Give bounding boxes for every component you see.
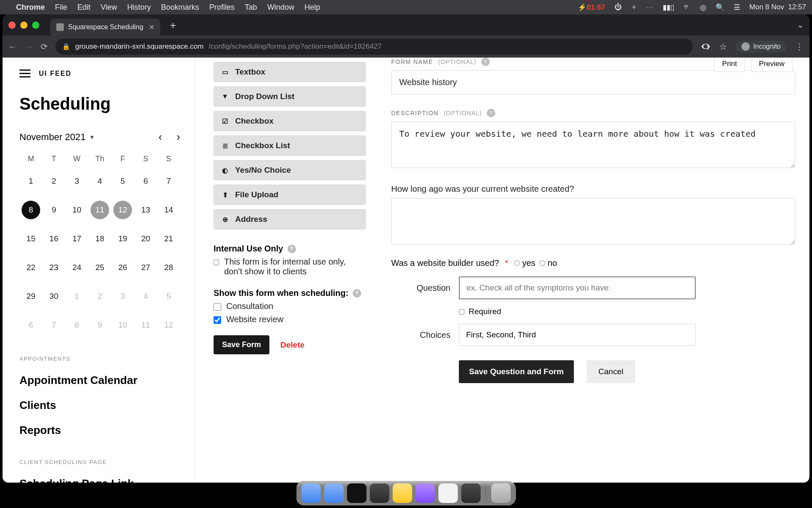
tab-overflow-icon[interactable]: ⌄ [797,20,809,30]
choices-input[interactable] [459,324,696,346]
required-checkbox-row[interactable]: Required [459,307,795,316]
calendar-day[interactable]: 3 [111,282,134,311]
internal-use-checkbox-row[interactable]: This form is for internal use only, don'… [214,257,366,276]
sidebar-link[interactable]: Appointment Calendar [19,368,180,393]
wifi-icon[interactable]: ᯤ [683,3,691,11]
calendar-day[interactable]: 12 [111,196,134,224]
preview-button[interactable]: Preview [751,58,793,72]
calendar-day[interactable]: 4 [88,167,111,196]
menu-file[interactable]: File [55,3,67,12]
sidebar-link[interactable]: Scheduling Page Link [19,471,180,483]
description-textarea[interactable]: To review your website, we need to learn… [391,121,795,168]
calendar-day[interactable]: 8 [19,196,42,224]
menu-tab[interactable]: Tab [245,3,257,12]
calendar-day[interactable]: 11 [134,311,157,340]
calendar-day[interactable]: 10 [66,196,88,224]
help-icon[interactable]: ? [487,109,495,117]
calendar-day[interactable]: 29 [19,282,42,311]
nav-reload-icon[interactable]: ⟳ [41,41,48,52]
dock-app-misc2[interactable] [461,483,481,503]
focus-icon[interactable]: ◎ [700,3,706,12]
battery-icon[interactable]: ▮▮▯ [663,3,674,12]
save-question-button[interactable]: Save Question and Form [459,360,574,383]
menu-window[interactable]: Window [267,3,294,12]
calendar-day[interactable]: 15 [19,224,42,253]
calendar-day[interactable]: 30 [42,282,65,311]
address-bar[interactable]: 🔒 grouse-mandarin-sxnl.squarespace.com/c… [55,39,693,55]
tracking-icon[interactable]: 👁‍🗨 [700,41,711,52]
print-button[interactable]: Print [714,58,745,72]
show-when-option[interactable]: Website review [214,315,366,324]
chrome-menu-icon[interactable]: ⋮ [795,41,804,52]
yes-option[interactable]: yes [514,258,535,268]
dock-app-finder[interactable] [302,483,321,503]
question-type-option[interactable]: ◐Yes/No Choice [214,160,366,180]
calendar-day[interactable]: 1 [19,167,42,196]
question-type-option[interactable]: ☑Checkbox [214,111,366,131]
menu-view[interactable]: View [101,3,117,12]
incognito-chip[interactable]: Incognito [735,41,787,52]
dock-app-generic[interactable] [370,483,390,503]
calendar-day[interactable]: 5 [111,167,134,196]
sidebar-link[interactable]: Reports [19,418,180,443]
calendar-day[interactable]: 11 [88,196,111,224]
show-when-option[interactable]: Consultation [214,301,366,311]
window-close-icon[interactable] [8,22,16,29]
dock-app-tool[interactable] [416,483,435,503]
control-center-icon[interactable]: ☰ [734,3,740,12]
calendar-day[interactable]: 28 [157,253,180,282]
calendar-day[interactable]: 25 [88,253,111,282]
question-type-option[interactable]: ⬆File Upload [214,185,366,205]
question-type-option[interactable]: ⊕Address [214,209,366,229]
menubar-app-name[interactable]: Chrome [16,3,45,12]
dock-app-terminal[interactable] [347,483,367,503]
calendar-day[interactable]: 10 [111,311,134,340]
window-controls[interactable] [8,22,39,29]
internal-use-checkbox[interactable] [214,259,219,266]
calendar-day[interactable]: 8 [66,311,88,340]
question-input[interactable] [459,276,696,299]
calendar-day[interactable]: 21 [157,224,180,253]
dock-app-notes[interactable] [393,483,412,503]
sidebar[interactable]: UI FEED Scheduling November 2021 ▼ ‹ › M… [3,58,195,483]
dock-trash-icon[interactable] [491,483,511,503]
dock-app-misc[interactable] [439,483,458,503]
show-when-checkbox[interactable] [214,316,221,324]
menu-bookmarks[interactable]: Bookmarks [161,3,199,12]
calendar-day[interactable]: 9 [42,196,65,224]
new-tab-button[interactable]: ＋ [164,18,182,32]
menu-history[interactable]: History [127,3,151,12]
calendar-day[interactable]: 24 [66,253,88,282]
calendar-month-label[interactable]: November 2021 [19,132,86,143]
menu-help[interactable]: Help [304,3,320,12]
calendar-day[interactable]: 12 [157,311,180,340]
calendar-day[interactable]: 6 [19,311,42,340]
menubar-clock[interactable]: 12:57 [788,3,806,11]
calendar-prev-icon[interactable]: ‹ [159,130,162,144]
calendar-day[interactable]: 5 [157,282,180,311]
question-type-option[interactable]: ▭Textbox [214,62,366,82]
battery-status-icon[interactable]: ⚡01:57 [578,3,605,12]
bookmark-star-icon[interactable]: ☆ [719,41,727,52]
calendar-day[interactable]: 17 [66,224,88,253]
calendar-day[interactable]: 4 [134,282,157,311]
menu-edit[interactable]: Edit [77,3,91,12]
calendar-day[interactable]: 16 [42,224,65,253]
calendar-day[interactable]: 7 [42,311,65,340]
calendar-day[interactable]: 7 [157,167,180,196]
nav-forward-icon[interactable]: → [25,42,33,52]
spotlight-icon[interactable]: 🔍 [716,3,724,12]
window-minimize-icon[interactable] [20,22,27,29]
no-option[interactable]: no [540,258,557,268]
calendar-day[interactable]: 6 [134,167,157,196]
calendar-day[interactable]: 22 [19,253,42,282]
no-radio[interactable] [540,260,545,266]
tab-close-icon[interactable]: ✕ [149,23,154,31]
calendar-day[interactable]: 26 [111,253,134,282]
calendar-day[interactable]: 14 [157,196,180,224]
help-icon[interactable]: ? [353,289,361,298]
hamburger-icon[interactable] [19,69,30,77]
calendar-day[interactable]: 18 [88,224,111,253]
cancel-button[interactable]: Cancel [587,360,635,383]
menu-profiles[interactable]: Profiles [209,3,235,12]
